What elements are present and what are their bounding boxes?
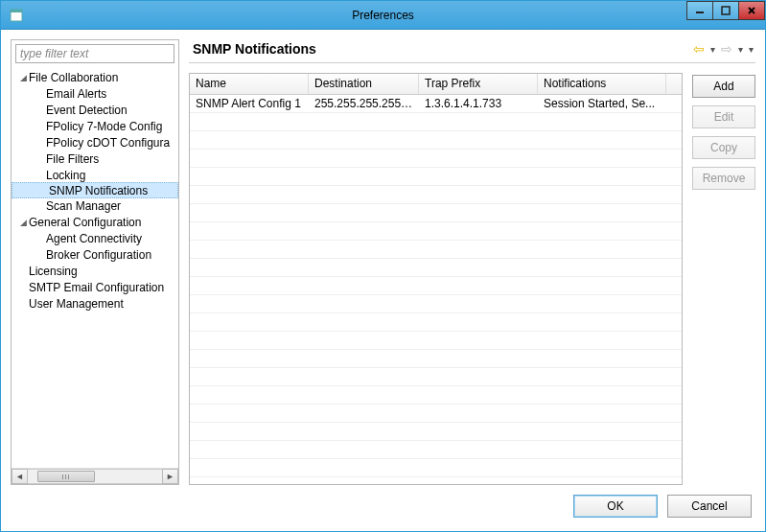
tree-item-label: File Collaboration bbox=[29, 71, 118, 84]
empty-rows bbox=[190, 113, 682, 477]
footer: OK Cancel bbox=[11, 485, 755, 521]
tree-item[interactable]: User Management bbox=[12, 295, 178, 312]
snmp-table[interactable]: Name Destination Trap Prefix Notificatio… bbox=[189, 73, 683, 485]
tree-item-label: FPolicy 7-Mode Config bbox=[46, 120, 162, 133]
cancel-button[interactable]: Cancel bbox=[667, 495, 752, 518]
tree-panel: ◢File CollaborationEmail AlertsEvent Det… bbox=[11, 39, 179, 485]
tree-item-label: General Configuration bbox=[29, 216, 141, 229]
nav-icons: ⇦ ▾ ⇨ ▾ ▾ bbox=[693, 42, 754, 56]
ok-button[interactable]: OK bbox=[573, 495, 658, 518]
tree-item-label: SNMP Notifications bbox=[47, 184, 150, 197]
svg-rect-3 bbox=[722, 7, 730, 14]
cell-prefix: 1.3.6.1.4.1.733 bbox=[419, 97, 538, 110]
close-button[interactable] bbox=[738, 1, 765, 20]
cell-destination: 255.255.255.255:162 bbox=[309, 97, 419, 110]
preferences-window: Preferences ◢File CollaborationEmail Ale… bbox=[0, 0, 766, 532]
window-title: Preferences bbox=[352, 9, 414, 22]
cell-name: SNMP Alert Config 1 bbox=[190, 97, 309, 110]
scroll-thumb[interactable]: lll bbox=[37, 471, 95, 482]
scroll-track[interactable]: lll bbox=[28, 469, 162, 484]
scroll-left-button[interactable]: ◄ bbox=[12, 469, 28, 484]
tree-item-label: SMTP Email Configuration bbox=[29, 281, 164, 294]
tree-item[interactable]: ◢General Configuration bbox=[12, 214, 178, 230]
nav-extra-menu-icon[interactable]: ▾ bbox=[749, 44, 754, 55]
tree-item[interactable]: FPolicy 7-Mode Config bbox=[12, 118, 178, 134]
nav-forward-menu-icon[interactable]: ▾ bbox=[738, 44, 743, 55]
tree-item-label: Email Alerts bbox=[46, 87, 106, 101]
tree-item-label: Agent Connectivity bbox=[46, 232, 142, 245]
tree-item[interactable]: SNMP Notifications bbox=[12, 182, 178, 198]
col-name[interactable]: Name bbox=[190, 74, 309, 94]
tree-item[interactable]: FPolicy cDOT Configura bbox=[12, 134, 178, 150]
side-buttons: Add Edit Copy Remove bbox=[692, 73, 755, 485]
tree-item-label: Locking bbox=[46, 169, 85, 182]
minimize-button[interactable] bbox=[686, 1, 713, 20]
col-trap-prefix[interactable]: Trap Prefix bbox=[419, 74, 538, 94]
maximize-button[interactable] bbox=[712, 1, 739, 20]
tree-item[interactable]: SMTP Email Configuration bbox=[12, 279, 178, 295]
page-body: Name Destination Trap Prefix Notificatio… bbox=[189, 63, 755, 485]
tree-item[interactable]: Scan Manager bbox=[12, 197, 178, 214]
caret-down-icon[interactable]: ◢ bbox=[17, 73, 29, 82]
page-title: SNMP Notifications bbox=[193, 41, 316, 57]
tree-item[interactable]: ◢File Collaboration bbox=[12, 69, 178, 85]
tree-item-label: Event Detection bbox=[46, 104, 128, 117]
tree-item[interactable]: Email Alerts bbox=[12, 85, 178, 102]
tree-item-label: File Filters bbox=[46, 152, 99, 166]
content-row: ◢File CollaborationEmail AlertsEvent Det… bbox=[11, 39, 755, 485]
remove-button[interactable]: Remove bbox=[692, 167, 755, 190]
preferences-tree[interactable]: ◢File CollaborationEmail AlertsEvent Det… bbox=[12, 67, 178, 468]
tree-item[interactable]: File Filters bbox=[12, 150, 178, 167]
tree-item-label: Licensing bbox=[29, 265, 78, 278]
edit-button[interactable]: Edit bbox=[692, 105, 755, 128]
tree-item[interactable]: Broker Configuration bbox=[12, 246, 178, 263]
tree-item-label: Scan Manager bbox=[46, 199, 121, 213]
body: ◢File CollaborationEmail AlertsEvent Det… bbox=[1, 30, 765, 531]
tree-item[interactable]: Licensing bbox=[12, 263, 178, 279]
tree-item[interactable]: Event Detection bbox=[12, 102, 178, 118]
col-spacer bbox=[666, 74, 682, 94]
scroll-right-button[interactable]: ► bbox=[162, 469, 178, 484]
nav-back-icon[interactable]: ⇦ bbox=[693, 42, 705, 56]
col-notifications[interactable]: Notifications bbox=[538, 74, 666, 94]
page-panel: SNMP Notifications ⇦ ▾ ⇨ ▾ ▾ Name Destin… bbox=[189, 39, 755, 485]
cell-notifications: Session Started, Se... bbox=[538, 97, 682, 110]
filter-input[interactable] bbox=[15, 44, 174, 63]
titlebar: Preferences bbox=[1, 1, 765, 30]
page-header: SNMP Notifications ⇦ ▾ ⇨ ▾ ▾ bbox=[189, 39, 755, 63]
table-header: Name Destination Trap Prefix Notificatio… bbox=[190, 74, 682, 95]
nav-forward-icon[interactable]: ⇨ bbox=[721, 42, 732, 56]
copy-button[interactable]: Copy bbox=[692, 136, 755, 159]
tree-item-label: User Management bbox=[29, 297, 124, 311]
table-body[interactable]: SNMP Alert Config 1 255.255.255.255:162 … bbox=[190, 95, 682, 484]
caret-down-icon[interactable]: ◢ bbox=[17, 218, 29, 227]
tree-item[interactable]: Locking bbox=[12, 167, 178, 183]
tree-horizontal-scrollbar[interactable]: ◄ lll ► bbox=[12, 468, 178, 484]
nav-back-menu-icon[interactable]: ▾ bbox=[710, 44, 715, 55]
col-destination[interactable]: Destination bbox=[309, 74, 419, 94]
svg-rect-1 bbox=[11, 10, 22, 12]
table-row[interactable]: SNMP Alert Config 1 255.255.255.255:162 … bbox=[190, 95, 682, 113]
add-button[interactable]: Add bbox=[692, 75, 755, 98]
tree-item-label: FPolicy cDOT Configura bbox=[46, 136, 170, 150]
app-icon bbox=[9, 8, 24, 23]
window-controls bbox=[687, 1, 765, 22]
tree-item-label: Broker Configuration bbox=[46, 248, 151, 262]
tree-item[interactable]: Agent Connectivity bbox=[12, 230, 178, 246]
